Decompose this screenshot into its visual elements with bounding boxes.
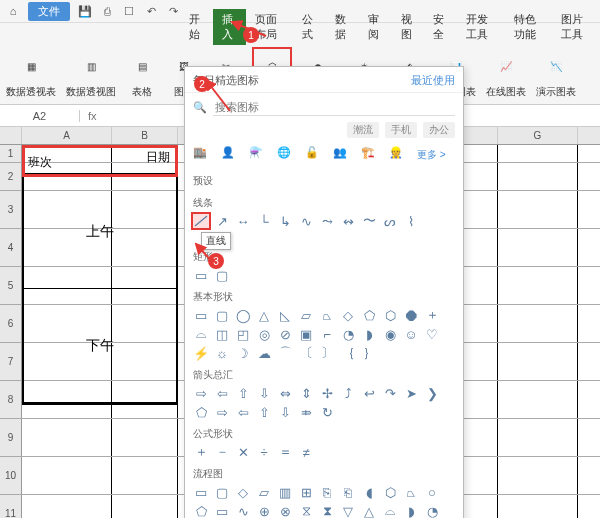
- shape-can[interactable]: ⌓: [193, 327, 209, 341]
- row-header[interactable]: 1: [0, 145, 22, 162]
- shape-heart[interactable]: ♡: [424, 327, 440, 341]
- tab-view[interactable]: 视图: [392, 9, 425, 45]
- cat-trend[interactable]: 潮流: [347, 122, 379, 138]
- shape-cloud[interactable]: ☁: [256, 346, 272, 360]
- colored-icon[interactable]: 👥: [333, 146, 351, 164]
- shape-arc[interactable]: ⌒: [277, 346, 293, 360]
- ribbon-pivot-table[interactable]: ▦ 数据透视表: [6, 51, 56, 99]
- row-header[interactable]: 10: [0, 457, 22, 494]
- row-header[interactable]: 4: [0, 229, 22, 266]
- shape-fc-connector[interactable]: ○: [424, 485, 440, 499]
- row-header[interactable]: 3: [0, 191, 22, 228]
- print-icon[interactable]: ⎙: [100, 4, 114, 18]
- ribbon-onlinechart[interactable]: 📈 在线图表: [486, 51, 526, 99]
- shape-fc-sum[interactable]: ⊕: [256, 504, 272, 518]
- recent-link[interactable]: 最近使用: [411, 73, 455, 88]
- shape-fc-sort[interactable]: ⧗: [319, 504, 335, 518]
- more-link[interactable]: 更多 >: [417, 148, 446, 162]
- tab-picture[interactable]: 图片工具: [552, 9, 600, 45]
- shape-polyline[interactable]: ⌇: [403, 214, 419, 228]
- row-header[interactable]: 5: [0, 267, 22, 304]
- preview-icon[interactable]: ☐: [122, 4, 136, 18]
- shape-fc-card[interactable]: ▭: [214, 504, 230, 518]
- shape-multiply-op[interactable]: ✕: [235, 445, 251, 459]
- shape-trapezoid[interactable]: ⏢: [319, 308, 335, 322]
- shape-fc-offpage[interactable]: ⬠: [193, 504, 209, 518]
- shape-elbow[interactable]: └: [256, 214, 272, 228]
- tab-security[interactable]: 安全: [424, 9, 457, 45]
- shape-round[interactable]: ▢: [214, 308, 230, 322]
- shape-arrow-pentagon[interactable]: ⬠: [193, 405, 209, 419]
- shape-frame[interactable]: ▣: [298, 327, 314, 341]
- shape-bracket-r[interactable]: 〕: [319, 346, 335, 360]
- shape-curve[interactable]: ∿: [298, 214, 314, 228]
- ribbon-table[interactable]: ▤ 表格: [126, 51, 158, 99]
- shape-fc-collate[interactable]: ⧖: [298, 504, 314, 518]
- shape-fc-prep[interactable]: ⬡: [382, 485, 398, 499]
- shape-equal-op[interactable]: ＝: [277, 445, 293, 459]
- col-A[interactable]: A: [22, 127, 112, 144]
- shape-fc-predefined[interactable]: ▥: [277, 485, 293, 499]
- file-menu[interactable]: 文件: [28, 2, 70, 21]
- shape-fc-manual[interactable]: ⏢: [403, 485, 419, 499]
- shape-fc-decision[interactable]: ◇: [235, 485, 251, 499]
- row-header[interactable]: 8: [0, 381, 22, 418]
- redo-icon[interactable]: ↷: [166, 4, 180, 18]
- colored-icon[interactable]: 🏗️: [361, 146, 379, 164]
- shape-fc-tape[interactable]: ∿: [235, 504, 251, 518]
- shape-bevel[interactable]: ◰: [235, 327, 251, 341]
- shape-arrow-curved[interactable]: ↷: [382, 386, 398, 400]
- shape-fc-internal[interactable]: ⊞: [298, 485, 314, 499]
- shape-parallelogram[interactable]: ▱: [298, 308, 314, 322]
- shape-lframe[interactable]: ⌐: [319, 327, 335, 341]
- shape-smiley[interactable]: ☺: [403, 327, 419, 341]
- shape-notequal-op[interactable]: ≠: [298, 445, 314, 459]
- shape-arrow-quad[interactable]: ✢: [319, 386, 335, 400]
- shape-block[interactable]: ⊘: [277, 327, 293, 341]
- shape-freeform[interactable]: 〜: [361, 214, 377, 228]
- shape-curve-double[interactable]: ↭: [340, 214, 356, 228]
- shape-minus-op[interactable]: －: [214, 445, 230, 459]
- shape-plus-op[interactable]: ＋: [193, 445, 209, 459]
- fx-label[interactable]: fx: [80, 110, 105, 122]
- shape-fc-terminator[interactable]: ◖: [361, 485, 377, 499]
- shape-fc-seqaccess[interactable]: ◔: [424, 504, 440, 518]
- shape-fc-storage[interactable]: ⌓: [382, 504, 398, 518]
- shape-bracket-l[interactable]: 〔: [298, 346, 314, 360]
- shape-arrow-ud[interactable]: ⇕: [298, 386, 314, 400]
- shape-arrow-lr[interactable]: ⇔: [277, 386, 293, 400]
- shape-scribble[interactable]: ᔕ: [382, 214, 398, 228]
- row-header[interactable]: 9: [0, 419, 22, 456]
- shape-arrow-circular[interactable]: ↻: [319, 405, 335, 419]
- tab-formula[interactable]: 公式: [293, 9, 326, 45]
- shape-fc-alt[interactable]: ▢: [214, 485, 230, 499]
- colored-icon[interactable]: 👤: [221, 146, 239, 164]
- shape-pentagon[interactable]: ⬠: [361, 308, 377, 322]
- col-B[interactable]: B: [112, 127, 178, 144]
- shape-brace-r[interactable]: ｝: [361, 346, 377, 360]
- tab-dev[interactable]: 开发工具: [457, 9, 505, 45]
- shape-arrow-u[interactable]: ⇧: [235, 386, 251, 400]
- shape-octagon[interactable]: ⯃: [403, 308, 419, 322]
- home-icon[interactable]: ⌂: [6, 4, 20, 18]
- shape-donut[interactable]: ◎: [256, 327, 272, 341]
- colored-icon[interactable]: 👷: [389, 146, 407, 164]
- shape-hexagon[interactable]: ⬡: [382, 308, 398, 322]
- shape-arrow-callout-l[interactable]: ⇦: [235, 405, 251, 419]
- shape-divide-op[interactable]: ÷: [256, 445, 272, 459]
- shape-ellipse[interactable]: ◯: [235, 308, 251, 322]
- shape-arrow-chevron[interactable]: ❯: [424, 386, 440, 400]
- row-header[interactable]: 6: [0, 305, 22, 342]
- shape-arrow-callout-u[interactable]: ⇧: [256, 405, 272, 419]
- shape-fc-multidoc[interactable]: ⎗: [340, 485, 356, 499]
- shape-fc-merge[interactable]: △: [361, 504, 377, 518]
- colored-icon[interactable]: 🌐: [277, 146, 295, 164]
- shape-pie[interactable]: ◔: [340, 327, 356, 341]
- cat-phone[interactable]: 手机: [385, 122, 417, 138]
- row-header[interactable]: 2: [0, 163, 22, 190]
- tab-start[interactable]: 开始: [180, 9, 213, 45]
- shape-rect2[interactable]: ▭: [193, 308, 209, 322]
- cat-office[interactable]: 办公: [423, 122, 455, 138]
- shape-arrow-notch[interactable]: ➤: [403, 386, 419, 400]
- shape-fc-process[interactable]: ▭: [193, 485, 209, 499]
